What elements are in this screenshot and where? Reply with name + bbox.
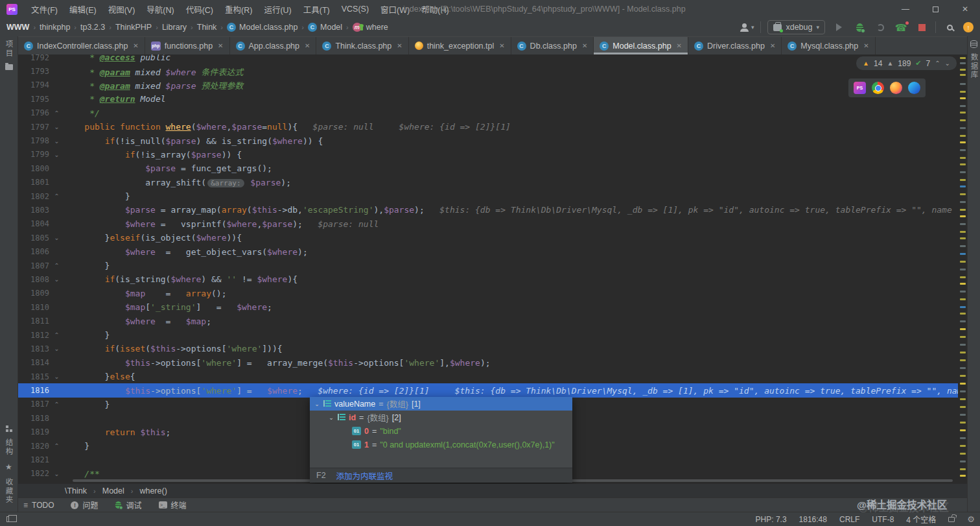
inspection-mark[interactable] — [960, 344, 966, 346]
fold-marker[interactable]: ⌃ — [49, 331, 64, 339]
line-number[interactable]: 1811 — [18, 317, 49, 326]
gear-icon[interactable]: ⚙ — [967, 514, 975, 524]
stop-button[interactable] — [915, 20, 929, 34]
tab-Db.class.php[interactable]: CDb.class.php✕ — [511, 37, 594, 54]
toolwindow-button-调试[interactable]: 调试 — [115, 499, 141, 510]
toolwindow-button-TODO[interactable]: ≡TODO — [23, 501, 54, 510]
tab-App.class.php[interactable]: CApp.class.php✕ — [230, 37, 317, 54]
tab-close-icon[interactable]: ✕ — [863, 42, 869, 49]
inspection-mark[interactable] — [960, 237, 966, 239]
menu-item-R[interactable]: 重构(R) — [219, 0, 258, 18]
run-button[interactable] — [832, 20, 846, 34]
line-number[interactable]: 1816 — [18, 386, 49, 395]
tab-close-icon[interactable]: ✕ — [133, 42, 138, 49]
inspection-mark[interactable] — [960, 91, 966, 93]
inspection-mark[interactable] — [960, 414, 966, 416]
menu-item-C[interactable]: 代码(C) — [180, 0, 219, 18]
line-number[interactable]: 1820 — [18, 442, 49, 451]
status-item[interactable]: 4 个空格 — [906, 514, 936, 525]
inspection-mark[interactable] — [960, 269, 966, 270]
inspection-mark[interactable] — [960, 261, 966, 263]
breadcrumb-item[interactable]: mwhere — [351, 23, 390, 32]
inspection-mark[interactable] — [960, 179, 966, 181]
tab-Model.class.php[interactable]: CModel.class.php✕ — [594, 37, 688, 54]
breadcrumb-item[interactable]: CModel — [307, 23, 344, 32]
line-number[interactable]: 1795 — [18, 95, 49, 104]
inspection-mark[interactable] — [960, 231, 966, 233]
menu-item-F[interactable]: 文件(F) — [25, 0, 64, 18]
fold-marker[interactable]: ⌃ — [49, 193, 64, 200]
status-item[interactable]: 1816:48 — [799, 515, 827, 524]
toolwindow-button-问题[interactable]: !问题 — [71, 499, 98, 510]
inspection-mark[interactable] — [960, 383, 966, 385]
tab-close-icon[interactable]: ✕ — [677, 42, 682, 49]
next-issue-button[interactable]: ⌄ — [945, 60, 950, 67]
menu-item-E[interactable]: 编辑(E) — [64, 0, 102, 18]
inspection-mark[interactable] — [960, 375, 966, 377]
inspection-mark[interactable] — [960, 135, 966, 137]
debug-button[interactable] — [852, 20, 867, 34]
variable-row[interactable]: 011="0 and updatexml(1,concat(0x7e,user(… — [310, 438, 572, 451]
line-number[interactable]: 1810 — [18, 303, 49, 312]
tab-close-icon[interactable]: ✕ — [305, 42, 310, 49]
inspection-mark[interactable] — [960, 367, 966, 369]
inspection-mark[interactable] — [960, 445, 966, 447]
error-stripe-scrollbar[interactable] — [958, 54, 967, 484]
menu-item-VCSS[interactable]: VCS(S) — [336, 0, 375, 18]
line-number[interactable]: 1804 — [18, 219, 49, 228]
tool-windows-icon[interactable] — [6, 516, 14, 522]
coverage-button[interactable] — [873, 20, 887, 34]
inspections-widget[interactable]: ▲ 14 ▲ 189 ✔ 7 ⌃ ⌄ — [856, 56, 957, 70]
fold-marker[interactable]: ⌄ — [49, 234, 64, 241]
line-number[interactable]: 1809 — [18, 289, 49, 298]
inspection-mark[interactable] — [960, 57, 966, 59]
chrome-icon[interactable] — [872, 82, 884, 94]
inspection-mark[interactable] — [960, 163, 966, 165]
fold-marker[interactable]: ⌃ — [49, 262, 64, 269]
phpstorm-preview-icon[interactable]: PS — [854, 82, 866, 94]
breadcrumb-item[interactable]: Library — [161, 23, 188, 32]
tab-functions.php[interactable]: phpfunctions.php✕ — [145, 37, 230, 54]
inspection-mark[interactable] — [960, 328, 966, 330]
tab-Think.class.php[interactable]: CThink.class.php✕ — [316, 37, 408, 54]
firefox-icon[interactable] — [890, 82, 902, 94]
line-number[interactable]: 1819 — [18, 427, 49, 436]
line-number[interactable]: 1814 — [18, 358, 49, 367]
inspection-mark[interactable] — [960, 298, 966, 300]
tab-Driver.class.php[interactable]: CDriver.class.php✕ — [688, 37, 782, 54]
tab-Mysql.class.php[interactable]: CMysql.class.php✕ — [782, 37, 875, 54]
line-number[interactable]: 1793 — [18, 67, 49, 76]
line-number[interactable]: 1796 — [18, 108, 49, 117]
breadcrumb-item[interactable]: tp3.2.3 — [79, 23, 106, 32]
variable-row[interactable]: ⌄id={数组}[2] — [310, 411, 572, 424]
breadcrumb-item[interactable]: WWW — [5, 23, 30, 32]
inspection-mark[interactable] — [960, 359, 966, 361]
fold-marker[interactable]: ⌄ — [49, 137, 64, 145]
run-config-selector[interactable]: xdebug ▾ — [767, 20, 825, 34]
fold-marker[interactable]: ⌃ — [49, 442, 64, 449]
inspection-mark[interactable] — [960, 193, 966, 195]
inspection-mark[interactable] — [960, 105, 966, 107]
fold-marker[interactable]: ⌄ — [49, 470, 64, 477]
edge-icon[interactable] — [908, 82, 920, 94]
inspection-mark[interactable] — [960, 320, 966, 322]
line-number[interactable]: 1800 — [18, 164, 49, 173]
inspection-mark[interactable] — [960, 313, 966, 315]
tool-stripe-database[interactable]: 数据库 — [969, 53, 979, 80]
line-number[interactable]: 1815 — [18, 372, 49, 381]
inspection-mark[interactable] — [960, 127, 966, 129]
inspection-mark[interactable] — [960, 185, 966, 187]
breadcrumb-item[interactable]: ThinkPHP — [114, 23, 153, 32]
inspection-mark[interactable] — [960, 112, 966, 114]
editor-breadcrumb-item[interactable]: \Think — [65, 486, 87, 496]
line-number[interactable]: 1812 — [18, 331, 49, 340]
update-notification-button[interactable]: ↑ — [963, 22, 974, 32]
line-number[interactable]: 1807 — [18, 261, 49, 270]
inspection-mark[interactable] — [960, 149, 966, 151]
tool-stripe-favorites[interactable]: 收藏夹 — [4, 478, 14, 505]
listen-debug-button[interactable]: ☎ — [894, 20, 908, 34]
inspection-mark[interactable] — [960, 398, 966, 400]
inspection-mark[interactable] — [960, 468, 966, 470]
inspection-mark[interactable] — [960, 253, 966, 255]
inspection-mark[interactable] — [960, 141, 966, 143]
